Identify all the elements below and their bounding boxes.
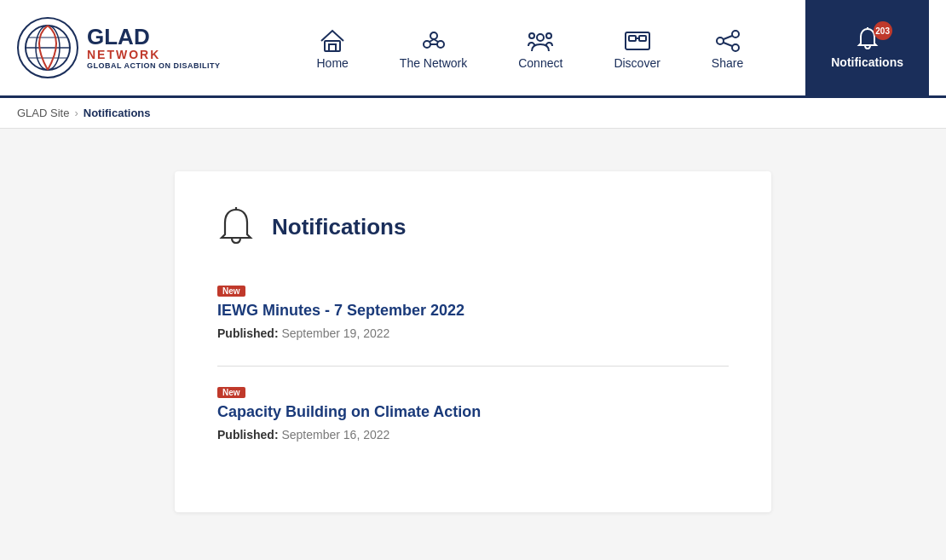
svg-rect-5	[325, 41, 340, 51]
notification-badge: 203	[874, 21, 892, 40]
nav-discover[interactable]: Discover	[588, 17, 685, 80]
svg-point-9	[430, 32, 437, 39]
nav-share-label: Share	[712, 56, 743, 70]
nav-network-label: The Network	[400, 56, 467, 70]
logo-globe-icon	[22, 22, 73, 73]
svg-rect-17	[629, 36, 636, 41]
svg-point-14	[546, 33, 551, 38]
nav-home[interactable]: Home	[291, 17, 374, 80]
network-icon	[419, 26, 448, 52]
new-badge-1: New	[217, 286, 245, 297]
svg-point-7	[424, 41, 430, 48]
svg-point-21	[717, 38, 724, 44]
discover-icon	[624, 26, 651, 52]
notifications-label: Notifications	[831, 55, 903, 69]
notification-title-2[interactable]: Capacity Building on Climate Action	[217, 403, 729, 421]
breadcrumb-current: Notifications	[84, 107, 151, 119]
nav-connect-label: Connect	[518, 56, 562, 70]
page-title: Notifications	[272, 214, 406, 240]
published-label-2: Published:	[217, 428, 279, 442]
nav-connect[interactable]: Connect	[493, 17, 588, 80]
nav-notifications[interactable]: 203 Notifications	[805, 0, 929, 95]
svg-line-11	[434, 39, 438, 42]
logo-sub: GLOBAL ACTION ON DISABILITY	[87, 61, 221, 70]
logo-area[interactable]: GLAD NETWORK GLOBAL ACTION ON DISABILITY	[17, 17, 221, 78]
notification-item-1: New IEWG Minutes - 7 September 2022 Publ…	[217, 282, 729, 340]
nav-share[interactable]: Share	[686, 17, 769, 80]
breadcrumb: GLAD Site › Notifications	[0, 98, 946, 129]
connect-icon	[527, 26, 554, 52]
published-date-1: September 19, 2022	[281, 326, 389, 340]
nav-network[interactable]: The Network	[374, 17, 493, 80]
notification-published-2: Published: September 16, 2022	[217, 428, 729, 442]
main-nav: Home The Network	[255, 17, 806, 78]
logo-glad: GLAD	[87, 26, 221, 48]
logo-network: NETWORK	[87, 48, 221, 61]
svg-line-23	[724, 36, 732, 39]
svg-line-10	[430, 39, 434, 42]
page-header: Notifications	[217, 205, 729, 248]
divider-1	[217, 366, 729, 367]
svg-line-24	[724, 43, 732, 46]
page-bell-icon	[217, 205, 255, 248]
notification-published-1: Published: September 19, 2022	[217, 326, 729, 340]
svg-point-20	[732, 31, 739, 38]
breadcrumb-separator: ›	[74, 107, 78, 119]
logo-circle	[17, 17, 78, 78]
nav-home-label: Home	[317, 56, 349, 70]
svg-rect-18	[639, 36, 646, 41]
nav-discover-label: Discover	[614, 56, 660, 70]
home-icon	[320, 26, 345, 52]
notification-title-1[interactable]: IEWG Minutes - 7 September 2022	[217, 302, 729, 320]
share-icon	[715, 26, 741, 52]
published-label-1: Published:	[217, 326, 279, 340]
header: GLAD NETWORK GLOBAL ACTION ON DISABILITY…	[0, 0, 946, 98]
published-date-2: September 16, 2022	[281, 428, 389, 442]
notifications-icon-wrap: 203	[855, 26, 880, 52]
svg-point-13	[537, 34, 544, 41]
content-card: Notifications New IEWG Minutes - 7 Septe…	[175, 171, 771, 512]
new-badge-2: New	[217, 387, 245, 398]
breadcrumb-site-link[interactable]: GLAD Site	[17, 107, 69, 119]
svg-point-22	[732, 44, 739, 51]
svg-point-8	[437, 41, 444, 48]
notification-item-2: New Capacity Building on Climate Action …	[217, 384, 729, 442]
svg-rect-6	[329, 44, 336, 51]
svg-point-15	[529, 33, 534, 38]
main-content: Notifications New IEWG Minutes - 7 Septe…	[0, 129, 946, 555]
logo-text: GLAD NETWORK GLOBAL ACTION ON DISABILITY	[87, 26, 221, 70]
